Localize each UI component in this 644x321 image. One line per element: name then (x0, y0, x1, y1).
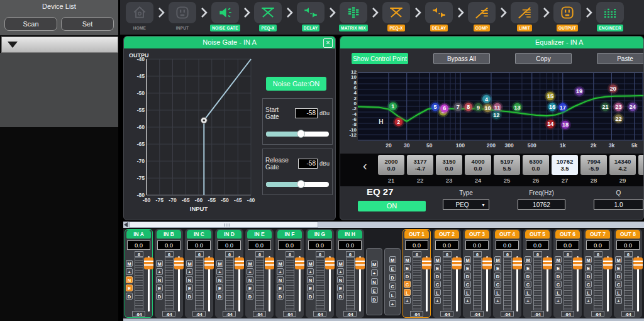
eq-band-cell[interactable]: 20000.0 (378, 155, 404, 175)
toolbar-item-limit[interactable]: LIMIT (509, 2, 540, 31)
channel-button-d[interactable]: D (464, 273, 471, 279)
channel-strip-in-a[interactable]: IN A0.06M+NED-64 (125, 229, 153, 318)
channel-gain-value[interactable]: 0.0 (616, 240, 640, 250)
slider-thumb[interactable] (297, 180, 305, 188)
channel-button-e[interactable]: E (434, 264, 441, 271)
eq-band-cell[interactable]: 143404.2 (609, 155, 636, 175)
channel-strip-out-1[interactable]: OUT 10.06MEDCL+-64 (402, 229, 431, 318)
fader-handle[interactable] (295, 257, 304, 269)
channel-button-c[interactable]: C (494, 281, 501, 288)
channel-strip-out-5[interactable]: OUT 50.06MEDCL+-64 (523, 229, 552, 318)
channel-button-n[interactable]: N (277, 276, 284, 283)
channel-gain-value[interactable]: 0.0 (586, 240, 609, 250)
eq-point-6[interactable]: 6 (439, 103, 450, 114)
noise-gate-graph[interactable]: -40-45-50-55-60-65-70-75-80-80-75-70-65-… (128, 52, 261, 217)
channel-button-+[interactable]: + (585, 297, 592, 304)
channel-button-c[interactable]: C (555, 281, 562, 288)
channel-button-l[interactable]: L (464, 289, 471, 296)
channel-button-m[interactable]: M (216, 260, 223, 267)
channel-button-e[interactable]: E (555, 264, 562, 271)
bypass-all-button[interactable]: Bypass All (433, 53, 490, 64)
channel-button-e[interactable]: E (337, 284, 344, 291)
eq-band-cell[interactable]: 31500.0 (436, 155, 462, 175)
device-dropdown[interactable] (1, 37, 118, 53)
channel-gain-value[interactable]: 0.0 (338, 240, 362, 250)
channel-gain-value[interactable]: 0.0 (187, 240, 211, 250)
eq-band-cell[interactable]: 63000.0 (523, 155, 549, 175)
channel-strip-in-h[interactable]: IN H0.06M+NED-64 (336, 229, 364, 318)
channel-button-e[interactable]: E (307, 284, 314, 291)
channel-button-c[interactable]: C (434, 281, 441, 288)
fader-handle[interactable] (573, 257, 582, 269)
eq-band-cell[interactable]: 7994-5.9 (580, 155, 607, 175)
channel-button-e[interactable]: E (615, 264, 622, 271)
toolbar-item-delay[interactable]: DELAY (423, 2, 455, 31)
band-scroll-left-icon[interactable]: ‹ (363, 159, 367, 173)
channel-button-l[interactable]: L (585, 289, 592, 296)
horizontal-scrollbar[interactable] (123, 222, 644, 228)
bottom-scrollbar[interactable] (123, 318, 644, 321)
channel-button-n[interactable]: N (307, 276, 314, 283)
toolbar-item-home[interactable]: HOME (124, 2, 155, 31)
toolbar-item-matrix-mix[interactable]: MATRIX MIX (338, 2, 369, 31)
channel-button-m[interactable]: M (156, 260, 163, 267)
eq-band-cell[interactable] (638, 155, 644, 175)
channel-button-m[interactable]: M (464, 256, 471, 263)
channel-gain-value[interactable]: 0.0 (157, 240, 180, 250)
eq-point-12[interactable]: 12 (491, 110, 502, 121)
set-button[interactable]: Set (61, 17, 114, 31)
close-icon[interactable]: ✕ (323, 38, 333, 48)
channel-button-e[interactable]: E (247, 284, 253, 291)
fader-handle[interactable] (482, 257, 492, 269)
channel-button-m[interactable]: M (307, 260, 314, 267)
channel-button-m[interactable]: M (126, 260, 133, 267)
eq-point-21[interactable]: 21 (599, 101, 611, 113)
toolbar-item-peq-x[interactable]: PEQ-X (380, 2, 412, 31)
fader-handle[interactable] (325, 257, 335, 269)
channel-button-e[interactable]: E (585, 264, 592, 271)
fader-handle[interactable] (265, 257, 274, 269)
channel-gain-value[interactable]: 0.0 (278, 240, 301, 250)
channel-button-e[interactable]: E (216, 284, 223, 291)
channel-button-d[interactable]: D (585, 273, 592, 279)
channel-button-d[interactable]: D (615, 273, 622, 279)
channel-button-+[interactable]: + (156, 268, 163, 275)
channel-gain-value[interactable]: 0.0 (218, 240, 241, 250)
channel-button-+[interactable]: + (525, 297, 531, 304)
channel-button-c[interactable]: C (525, 281, 531, 288)
channel-button-d[interactable]: D (337, 293, 344, 300)
channel-gain-value[interactable]: 0.0 (526, 240, 549, 250)
channel-gain-value[interactable]: 0.0 (405, 240, 428, 250)
show-control-point-button[interactable]: Show Control Point (352, 53, 408, 64)
channel-strip-in-b[interactable]: IN B0.06M+NED-64 (155, 229, 183, 318)
channel-button-l[interactable]: L (404, 289, 411, 296)
toolbar-item-input[interactable]: INPUT (167, 2, 198, 31)
channel-button-n[interactable]: N (126, 276, 133, 283)
toolbar-item-comp[interactable]: COMP (466, 2, 497, 31)
eq-band-cell[interactable]: 51975.5 (494, 155, 520, 175)
channel-strip-in-f[interactable]: IN F0.06M+NED-64 (275, 229, 304, 318)
q-input[interactable]: 1.0 (594, 200, 643, 210)
channel-button-n[interactable]: N (156, 276, 163, 283)
channel-button-+[interactable]: + (555, 297, 562, 304)
channel-button-+[interactable]: + (615, 297, 622, 304)
channel-button-+[interactable]: + (216, 268, 223, 275)
channel-button-+[interactable]: + (404, 297, 411, 304)
toolbar-item-delay[interactable]: DELAY (295, 2, 326, 31)
fader-handle[interactable] (144, 257, 153, 269)
eq-point-17[interactable]: 17 (557, 101, 569, 113)
eq-band-cell[interactable]: 107623.5 (552, 155, 578, 175)
scrollbar-thumb[interactable] (129, 222, 318, 228)
eq-point-8[interactable]: 8 (463, 101, 474, 113)
channel-strip-in-g[interactable]: IN G0.06M+NED-64 (306, 229, 334, 318)
channel-button-c[interactable]: C (585, 281, 592, 288)
channel-button-m[interactable]: M (585, 256, 592, 263)
channel-button-e[interactable]: E (186, 284, 193, 291)
toolbar-item-engineer[interactable]: ENGINEER (594, 2, 626, 31)
channel-strip-out-6[interactable]: OUT 60.06MEDCL+-64 (553, 229, 582, 318)
fader-handle[interactable] (204, 257, 214, 269)
channel-button-m[interactable]: M (247, 260, 253, 267)
start-gate-slider[interactable] (266, 132, 329, 137)
noise-gate-on-button[interactable]: Noise Gate:ON (266, 77, 326, 91)
channel-button-d[interactable]: D (216, 293, 223, 300)
